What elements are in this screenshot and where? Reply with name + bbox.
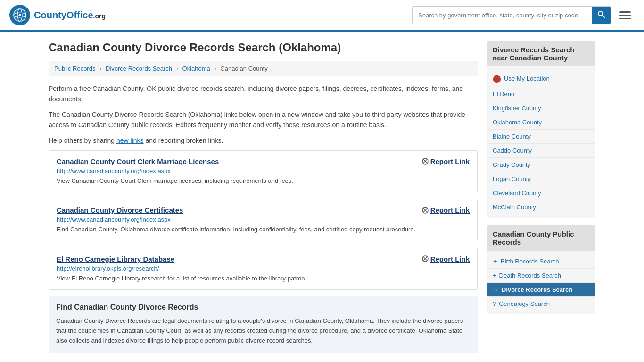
result-title-row: Canadian County Divorce Certificates Rep…: [57, 206, 470, 214]
nearby-box: Divorce Records Search near Canadian Cou…: [487, 41, 595, 218]
nearby-link-1[interactable]: Kingfisher County: [487, 101, 595, 115]
result-title-row: Canadian County Court Clerk Marriage Lic…: [57, 157, 470, 165]
desc-3b: and reporting broken links.: [145, 137, 223, 144]
report-link-0[interactable]: Report Link: [422, 157, 470, 165]
public-record-link-0[interactable]: ✦Birth Records Search: [487, 255, 595, 269]
result-list: Canadian County Court Clerk Marriage Lic…: [49, 150, 478, 290]
header-right: [412, 6, 635, 24]
nearby-link-0[interactable]: El Reno: [487, 87, 595, 101]
public-records-list: ✦Birth Records Search+Death Records Sear…: [487, 255, 595, 311]
public-record-link-2[interactable]: ↔Divorce Records Search: [487, 283, 595, 297]
search-bar: [412, 6, 611, 24]
breadcrumb-sep-1: ›: [99, 65, 101, 72]
logo-suffix: .org: [93, 12, 106, 20]
location-icon: ⬤: [493, 74, 501, 83]
nearby-link-3[interactable]: Blaine County: [487, 130, 595, 144]
result-desc-1: Find Canadian County, Oklahoma divorce c…: [57, 225, 470, 234]
sidebar: Divorce Records Search near Canadian Cou…: [487, 41, 595, 353]
result-url-1[interactable]: http://www.canadiancounty.org/index.aspx: [57, 216, 470, 223]
nearby-link-2[interactable]: Oklahoma County: [487, 115, 595, 130]
public-record-icon-2: ↔: [493, 286, 499, 293]
logo-icon: [9, 5, 30, 25]
result-desc-2: View El Reno Carnegie Library research f…: [57, 274, 470, 283]
nearby-link-7[interactable]: Cleveland County: [487, 186, 595, 200]
public-records-box: Canadian County Public Records ✦Birth Re…: [487, 225, 595, 314]
description-2: The Canadian County Divorce Records Sear…: [49, 109, 478, 131]
breadcrumb-sep-2: ›: [176, 65, 178, 72]
result-url-0[interactable]: http://www.canadiancounty.org/index.aspx: [57, 167, 470, 174]
nearby-link-5[interactable]: Grady County: [487, 158, 595, 172]
nearby-links-list: El RenoKingfisher CountyOklahoma CountyB…: [487, 87, 595, 214]
search-input[interactable]: [413, 8, 592, 23]
nearby-links: ⬤ Use My Location El RenoKingfisher Coun…: [487, 66, 595, 218]
new-links-link[interactable]: new links: [116, 137, 144, 144]
result-url-2[interactable]: http://elrenolibrary.okpls.org/research/: [57, 265, 470, 272]
page-title: Canadian County Divorce Records Search (…: [49, 41, 478, 54]
find-section: Find Canadian County Divorce Records Can…: [49, 296, 478, 352]
menu-line-1: [619, 11, 631, 13]
result-link-2[interactable]: El Reno Carnegie Library Database: [57, 255, 174, 263]
svg-point-3: [19, 14, 21, 16]
description-3: Help others by sharing new links and rep…: [49, 135, 478, 146]
use-location[interactable]: ⬤ Use My Location: [487, 70, 595, 87]
nearby-box-title: Divorce Records Search near Canadian Cou…: [487, 41, 595, 66]
nearby-link-4[interactable]: Caddo County: [487, 144, 595, 158]
logo-area: CountyOffice.org: [9, 5, 106, 25]
public-record-link-3[interactable]: ?Genealogy Search: [487, 297, 595, 311]
menu-button[interactable]: [616, 9, 635, 21]
main-container: Canadian County Divorce Records Search (…: [39, 32, 605, 362]
result-desc-0: View Canadian County Court Clerk marriag…: [57, 176, 470, 186]
use-location-label: Use My Location: [504, 75, 550, 82]
public-records-title: Canadian County Public Records: [487, 225, 595, 251]
menu-line-3: [619, 18, 631, 19]
breadcrumb-current: Canadian County: [220, 65, 267, 72]
result-title-row: El Reno Carnegie Library Database Report…: [57, 255, 470, 263]
svg-line-5: [602, 15, 604, 17]
breadcrumb-divorce-records[interactable]: Divorce Records Search: [106, 65, 172, 72]
content-area: Canadian County Divorce Records Search (…: [49, 41, 478, 353]
result-item: Canadian County Divorce Certificates Rep…: [49, 199, 478, 241]
description-1: Perform a free Canadian County, OK publi…: [49, 83, 478, 105]
public-record-icon-1: +: [493, 272, 496, 279]
nearby-link-8[interactable]: McClain County: [487, 200, 595, 214]
public-record-icon-3: ?: [493, 300, 496, 307]
public-records-links: ✦Birth Records Search+Death Records Sear…: [487, 251, 595, 314]
desc-3a: Help others by sharing: [49, 137, 115, 144]
breadcrumb-public-records[interactable]: Public Records: [54, 65, 95, 72]
result-item: Canadian County Court Clerk Marriage Lic…: [49, 150, 478, 193]
report-link-2[interactable]: Report Link: [422, 255, 470, 263]
find-section-text: Canadian County Divorce Records are lega…: [56, 316, 470, 346]
logo-text: CountyOffice.org: [34, 10, 106, 21]
menu-line-2: [619, 15, 631, 16]
result-link-1[interactable]: Canadian County Divorce Certificates: [57, 206, 183, 214]
breadcrumb-oklahoma[interactable]: Oklahoma: [182, 65, 210, 72]
result-link-0[interactable]: Canadian County Court Clerk Marriage Lic…: [57, 157, 219, 165]
nearby-link-6[interactable]: Logan County: [487, 172, 595, 186]
breadcrumb-sep-3: ›: [214, 65, 216, 72]
result-item: El Reno Carnegie Library Database Report…: [49, 248, 478, 290]
find-section-title: Find Canadian County Divorce Records: [56, 303, 470, 312]
site-header: CountyOffice.org: [0, 0, 644, 32]
public-record-link-1[interactable]: +Death Records Search: [487, 269, 595, 283]
breadcrumb: Public Records › Divorce Records Search …: [49, 61, 478, 76]
report-link-1[interactable]: Report Link: [422, 206, 470, 214]
search-button[interactable]: [592, 7, 611, 24]
public-record-icon-0: ✦: [493, 258, 498, 265]
